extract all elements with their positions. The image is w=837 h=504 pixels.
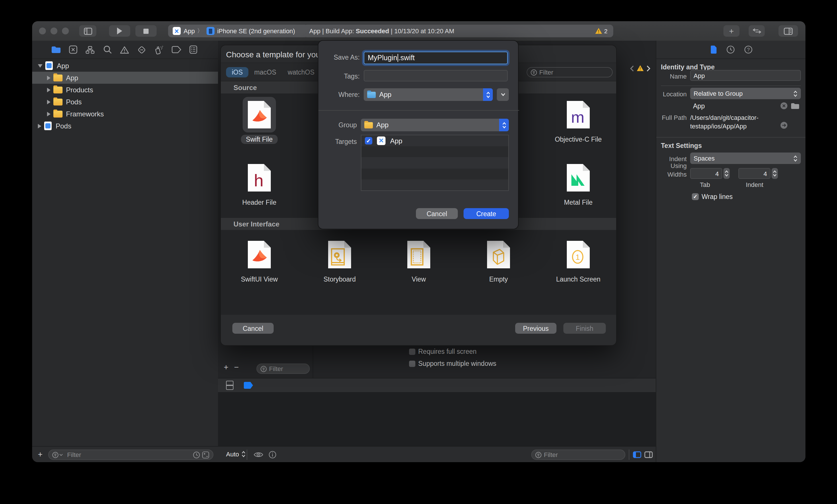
save-as-field[interactable]: MyPlugin.swift xyxy=(364,52,508,64)
wrap-lines-checkbox[interactable]: ✓ xyxy=(692,193,699,200)
source-control-tab[interactable] xyxy=(64,45,82,54)
requires-full-screen-checkbox[interactable] xyxy=(409,348,415,355)
indent-using-popup[interactable]: Spaces xyxy=(690,152,801,164)
target-row-app[interactable]: ✓ ✕ App xyxy=(361,135,508,146)
bottom-filter-field[interactable]: Filter xyxy=(531,450,625,460)
tree-item-app-project[interactable]: App xyxy=(32,60,224,72)
tree-item-frameworks[interactable]: Frameworks xyxy=(32,108,233,120)
clear-location-icon[interactable] xyxy=(780,102,788,109)
issue-navigator-tab[interactable] xyxy=(116,46,133,54)
supports-multiple-windows-checkbox[interactable] xyxy=(409,360,415,367)
scm-status-icon[interactable] xyxy=(202,451,209,458)
where-popup[interactable]: App xyxy=(364,88,493,101)
tree-item-app-group[interactable]: App xyxy=(32,72,233,84)
multiwindow-checkbox-row[interactable]: Supports multiple windows xyxy=(409,360,496,367)
disclosure-closed-icon[interactable] xyxy=(47,111,51,116)
dialog-cancel-button[interactable]: Cancel xyxy=(416,208,458,219)
recent-files-icon[interactable] xyxy=(193,451,200,458)
chevron-left-icon[interactable] xyxy=(630,65,634,71)
scheme-selector[interactable]: ✕ App 〉 iPhone SE (2nd generation) xyxy=(168,25,308,37)
disclosure-closed-icon[interactable] xyxy=(47,100,51,104)
sheet-finish-button[interactable]: Finish xyxy=(563,323,606,334)
debug-navigator-tab[interactable] xyxy=(150,45,167,54)
template-view[interactable]: View xyxy=(387,237,450,284)
disclosure-open-icon[interactable] xyxy=(38,64,42,67)
sheet-cancel-button[interactable]: Cancel xyxy=(232,323,274,334)
template-empty[interactable]: Empty xyxy=(467,237,530,284)
tab-macos[interactable]: macOS xyxy=(248,67,282,77)
left-panel-toggle-icon[interactable] xyxy=(633,451,641,458)
fullscreen-checkbox-row[interactable]: Requires full screen xyxy=(409,348,477,355)
zoom-window-button[interactable] xyxy=(62,28,69,34)
template-storyboard[interactable]: Storyboard xyxy=(308,237,371,284)
open-path-arrow-icon[interactable] xyxy=(780,122,788,129)
activity-status[interactable]: App | Build App: Succeeded | 10/13/20 at… xyxy=(303,25,613,37)
toggle-inspectors-button[interactable] xyxy=(779,25,798,37)
project-navigator-tab[interactable] xyxy=(47,46,64,53)
tab-width-field[interactable]: 4 xyxy=(690,168,722,179)
dialog-create-button[interactable]: Create xyxy=(464,208,509,219)
template-launch-screen[interactable]: 1 Launch Screen xyxy=(547,237,610,284)
template-header-file[interactable]: h Header File xyxy=(228,160,291,207)
help-inspector-tab[interactable]: ? xyxy=(744,45,752,54)
folder-icon xyxy=(364,122,373,128)
disclosure-closed-icon[interactable] xyxy=(38,124,41,128)
sheet-previous-button[interactable]: Previous xyxy=(515,323,556,334)
test-navigator-tab[interactable] xyxy=(133,45,150,54)
chevron-right-icon[interactable] xyxy=(646,65,651,71)
plus-icon: + xyxy=(729,26,734,36)
info-icon[interactable] xyxy=(268,451,277,459)
template-swift-file[interactable]: Swift File xyxy=(228,97,291,144)
target-checkbox[interactable]: ✓ xyxy=(365,137,372,144)
symbol-navigator-tab[interactable] xyxy=(82,46,99,54)
toggle-navigator-button[interactable] xyxy=(79,25,96,37)
tree-item-products[interactable]: Products xyxy=(32,84,233,96)
expand-dialog-button[interactable] xyxy=(497,88,509,101)
history-inspector-tab[interactable] xyxy=(726,45,735,54)
group-label: Group xyxy=(318,122,357,128)
stop-button[interactable] xyxy=(136,25,157,37)
eye-icon[interactable] xyxy=(253,451,263,458)
tab-ios[interactable]: iOS xyxy=(226,67,248,77)
blue-folder-icon xyxy=(367,91,376,98)
location-popup[interactable]: Relative to Group xyxy=(690,88,801,99)
add-editor-button[interactable]: + xyxy=(724,25,740,37)
choose-folder-icon[interactable] xyxy=(790,103,800,109)
tab-caption: Tab xyxy=(700,181,710,188)
tree-label: App xyxy=(57,61,69,70)
file-inspector-tab[interactable] xyxy=(710,45,717,54)
disclosure-closed-icon[interactable] xyxy=(47,75,51,80)
tree-item-pods-group[interactable]: Pods xyxy=(32,96,233,108)
group-popup[interactable]: App xyxy=(361,119,509,131)
navigator-filter-field[interactable]: Filter xyxy=(48,450,213,460)
device-icon[interactable] xyxy=(226,381,233,390)
tab-watchos[interactable]: watchOS xyxy=(282,67,320,77)
tab-width-stepper[interactable] xyxy=(724,168,730,179)
indent-width-stepper[interactable] xyxy=(771,168,778,179)
report-navigator-tab[interactable] xyxy=(185,45,202,54)
add-button[interactable]: + xyxy=(224,362,228,372)
close-window-button[interactable] xyxy=(39,28,46,34)
right-panel-toggle-icon[interactable] xyxy=(644,451,653,458)
indent-width-field[interactable]: 4 xyxy=(738,168,770,179)
disclosure-closed-icon[interactable] xyxy=(47,87,51,92)
run-button[interactable] xyxy=(109,25,130,37)
remove-button[interactable]: − xyxy=(234,362,239,372)
auto-popup[interactable]: Auto xyxy=(226,451,245,457)
tree-item-pods-project[interactable]: Pods xyxy=(32,120,224,132)
breakpoint-flag-icon[interactable] xyxy=(244,382,253,389)
find-navigator-tab[interactable] xyxy=(99,45,116,54)
template-swiftui-view[interactable]: SwiftUI View xyxy=(228,237,291,284)
tags-field[interactable] xyxy=(364,70,508,82)
breakpoint-navigator-tab[interactable] xyxy=(167,46,185,53)
add-item-button[interactable]: + xyxy=(38,450,42,459)
wrap-lines-row[interactable]: ✓ Wrap lines xyxy=(692,193,733,200)
warning-icon[interactable] xyxy=(636,65,644,72)
name-field[interactable]: App xyxy=(690,70,801,81)
swap-editor-button[interactable] xyxy=(749,25,765,37)
template-metal-file[interactable]: Metal File xyxy=(547,160,610,207)
minimize-window-button[interactable] xyxy=(51,28,57,34)
editor-filter-field[interactable]: Filter xyxy=(256,363,310,374)
template-filter-field[interactable]: Filter xyxy=(527,67,613,77)
template-objc-file[interactable]: m Objective-C File xyxy=(547,97,610,144)
